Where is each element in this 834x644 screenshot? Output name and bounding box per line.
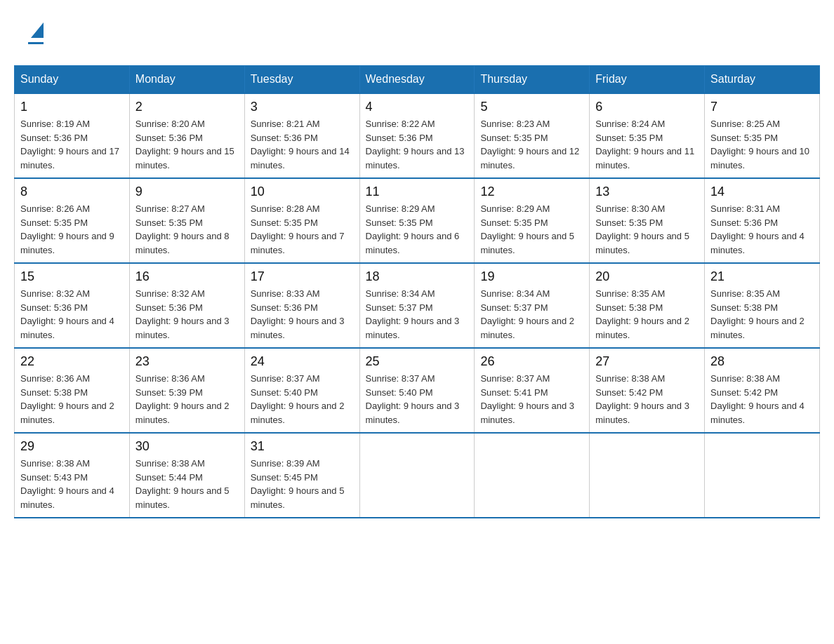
day-info: Sunrise: 8:38 AMSunset: 5:43 PMDaylight:… bbox=[20, 457, 124, 511]
table-row: 20Sunrise: 8:35 AMSunset: 5:38 PMDayligh… bbox=[590, 263, 705, 348]
day-info: Sunrise: 8:20 AMSunset: 5:36 PMDaylight:… bbox=[135, 117, 239, 172]
day-number: 6 bbox=[595, 100, 699, 114]
day-number: 17 bbox=[251, 269, 354, 284]
weekday-header-row: SundayMondayTuesdayWednesdayThursdayFrid… bbox=[15, 66, 820, 94]
day-info: Sunrise: 8:36 AMSunset: 5:39 PMDaylight:… bbox=[135, 372, 239, 427]
day-number: 16 bbox=[135, 269, 239, 284]
day-info: Sunrise: 8:26 AMSunset: 5:35 PMDaylight:… bbox=[20, 202, 124, 257]
page-header bbox=[14, 14, 820, 51]
day-info: Sunrise: 8:32 AMSunset: 5:36 PMDaylight:… bbox=[20, 287, 124, 342]
day-info: Sunrise: 8:34 AMSunset: 5:37 PMDaylight:… bbox=[480, 287, 583, 342]
day-info: Sunrise: 8:39 AMSunset: 5:45 PMDaylight:… bbox=[251, 457, 354, 511]
day-number: 14 bbox=[710, 185, 814, 199]
table-row: 18Sunrise: 8:34 AMSunset: 5:37 PMDayligh… bbox=[359, 263, 475, 348]
day-number: 30 bbox=[135, 439, 239, 454]
table-row: 23Sunrise: 8:36 AMSunset: 5:39 PMDayligh… bbox=[129, 348, 244, 433]
day-number: 21 bbox=[710, 269, 814, 284]
day-number: 8 bbox=[20, 185, 124, 199]
day-info: Sunrise: 8:35 AMSunset: 5:38 PMDaylight:… bbox=[710, 287, 814, 342]
day-number: 11 bbox=[366, 185, 469, 199]
day-number: 9 bbox=[135, 185, 239, 199]
table-row: 30Sunrise: 8:38 AMSunset: 5:44 PMDayligh… bbox=[129, 433, 244, 518]
day-info: Sunrise: 8:19 AMSunset: 5:36 PMDaylight:… bbox=[20, 117, 124, 172]
weekday-header-monday: Monday bbox=[129, 66, 244, 94]
table-row: 25Sunrise: 8:37 AMSunset: 5:40 PMDayligh… bbox=[359, 348, 475, 433]
table-row: 14Sunrise: 8:31 AMSunset: 5:36 PMDayligh… bbox=[705, 178, 820, 263]
table-row: 17Sunrise: 8:33 AMSunset: 5:36 PMDayligh… bbox=[244, 263, 359, 348]
day-info: Sunrise: 8:30 AMSunset: 5:35 PMDaylight:… bbox=[595, 202, 699, 257]
table-row bbox=[590, 433, 705, 518]
day-info: Sunrise: 8:29 AMSunset: 5:35 PMDaylight:… bbox=[366, 202, 469, 257]
table-row: 7Sunrise: 8:25 AMSunset: 5:35 PMDaylight… bbox=[705, 93, 820, 178]
day-number: 1 bbox=[20, 100, 124, 114]
table-row: 22Sunrise: 8:36 AMSunset: 5:38 PMDayligh… bbox=[15, 348, 130, 433]
table-row: 15Sunrise: 8:32 AMSunset: 5:36 PMDayligh… bbox=[15, 263, 130, 348]
logo bbox=[28, 21, 44, 44]
weekday-header-sunday: Sunday bbox=[15, 66, 130, 94]
table-row: 19Sunrise: 8:34 AMSunset: 5:37 PMDayligh… bbox=[475, 263, 590, 348]
day-number: 27 bbox=[595, 354, 699, 369]
weekday-header-friday: Friday bbox=[590, 66, 705, 94]
day-info: Sunrise: 8:28 AMSunset: 5:35 PMDaylight:… bbox=[251, 202, 354, 257]
table-row: 3Sunrise: 8:21 AMSunset: 5:36 PMDaylight… bbox=[244, 93, 359, 178]
day-number: 10 bbox=[251, 185, 354, 199]
table-row: 10Sunrise: 8:28 AMSunset: 5:35 PMDayligh… bbox=[244, 178, 359, 263]
day-number: 12 bbox=[480, 185, 583, 199]
table-row: 13Sunrise: 8:30 AMSunset: 5:35 PMDayligh… bbox=[590, 178, 705, 263]
table-row: 29Sunrise: 8:38 AMSunset: 5:43 PMDayligh… bbox=[15, 433, 130, 518]
table-row: 9Sunrise: 8:27 AMSunset: 5:35 PMDaylight… bbox=[129, 178, 244, 263]
day-number: 22 bbox=[20, 354, 124, 369]
day-info: Sunrise: 8:27 AMSunset: 5:35 PMDaylight:… bbox=[135, 202, 239, 257]
day-info: Sunrise: 8:38 AMSunset: 5:42 PMDaylight:… bbox=[710, 372, 814, 427]
table-row: 4Sunrise: 8:22 AMSunset: 5:36 PMDaylight… bbox=[359, 93, 475, 178]
table-row: 28Sunrise: 8:38 AMSunset: 5:42 PMDayligh… bbox=[705, 348, 820, 433]
day-info: Sunrise: 8:25 AMSunset: 5:35 PMDaylight:… bbox=[710, 117, 814, 172]
day-number: 31 bbox=[251, 439, 354, 454]
logo-underline bbox=[28, 42, 44, 44]
table-row: 31Sunrise: 8:39 AMSunset: 5:45 PMDayligh… bbox=[244, 433, 359, 518]
day-info: Sunrise: 8:37 AMSunset: 5:41 PMDaylight:… bbox=[480, 372, 583, 427]
table-row bbox=[705, 433, 820, 518]
svg-marker-0 bbox=[31, 22, 44, 38]
calendar-week-1: 1Sunrise: 8:19 AMSunset: 5:36 PMDaylight… bbox=[15, 93, 820, 178]
day-info: Sunrise: 8:34 AMSunset: 5:37 PMDaylight:… bbox=[366, 287, 469, 342]
day-number: 18 bbox=[366, 269, 469, 284]
day-number: 29 bbox=[20, 439, 124, 454]
table-row: 11Sunrise: 8:29 AMSunset: 5:35 PMDayligh… bbox=[359, 178, 475, 263]
day-number: 25 bbox=[366, 354, 469, 369]
calendar-week-2: 8Sunrise: 8:26 AMSunset: 5:35 PMDaylight… bbox=[15, 178, 820, 263]
table-row: 26Sunrise: 8:37 AMSunset: 5:41 PMDayligh… bbox=[475, 348, 590, 433]
table-row: 16Sunrise: 8:32 AMSunset: 5:36 PMDayligh… bbox=[129, 263, 244, 348]
day-info: Sunrise: 8:38 AMSunset: 5:42 PMDaylight:… bbox=[595, 372, 699, 427]
table-row: 5Sunrise: 8:23 AMSunset: 5:35 PMDaylight… bbox=[475, 93, 590, 178]
calendar-table: SundayMondayTuesdayWednesdayThursdayFrid… bbox=[14, 65, 820, 518]
table-row: 2Sunrise: 8:20 AMSunset: 5:36 PMDaylight… bbox=[129, 93, 244, 178]
day-number: 24 bbox=[251, 354, 354, 369]
day-number: 7 bbox=[710, 100, 814, 114]
day-number: 4 bbox=[366, 100, 469, 114]
weekday-header-tuesday: Tuesday bbox=[244, 66, 359, 94]
day-info: Sunrise: 8:24 AMSunset: 5:35 PMDaylight:… bbox=[595, 117, 699, 172]
calendar-week-4: 22Sunrise: 8:36 AMSunset: 5:38 PMDayligh… bbox=[15, 348, 820, 433]
table-row: 24Sunrise: 8:37 AMSunset: 5:40 PMDayligh… bbox=[244, 348, 359, 433]
day-info: Sunrise: 8:37 AMSunset: 5:40 PMDaylight:… bbox=[251, 372, 354, 427]
day-number: 13 bbox=[595, 185, 699, 199]
table-row: 6Sunrise: 8:24 AMSunset: 5:35 PMDaylight… bbox=[590, 93, 705, 178]
day-number: 20 bbox=[595, 269, 699, 284]
calendar-week-3: 15Sunrise: 8:32 AMSunset: 5:36 PMDayligh… bbox=[15, 263, 820, 348]
day-info: Sunrise: 8:23 AMSunset: 5:35 PMDaylight:… bbox=[480, 117, 583, 172]
weekday-header-thursday: Thursday bbox=[475, 66, 590, 94]
day-number: 5 bbox=[480, 100, 583, 114]
day-info: Sunrise: 8:33 AMSunset: 5:36 PMDaylight:… bbox=[251, 287, 354, 342]
day-info: Sunrise: 8:21 AMSunset: 5:36 PMDaylight:… bbox=[251, 117, 354, 172]
day-info: Sunrise: 8:29 AMSunset: 5:35 PMDaylight:… bbox=[480, 202, 583, 257]
day-info: Sunrise: 8:38 AMSunset: 5:44 PMDaylight:… bbox=[135, 457, 239, 511]
table-row: 27Sunrise: 8:38 AMSunset: 5:42 PMDayligh… bbox=[590, 348, 705, 433]
day-info: Sunrise: 8:32 AMSunset: 5:36 PMDaylight:… bbox=[135, 287, 239, 342]
day-number: 26 bbox=[480, 354, 583, 369]
weekday-header-wednesday: Wednesday bbox=[359, 66, 475, 94]
table-row: 21Sunrise: 8:35 AMSunset: 5:38 PMDayligh… bbox=[705, 263, 820, 348]
day-info: Sunrise: 8:36 AMSunset: 5:38 PMDaylight:… bbox=[20, 372, 124, 427]
calendar-week-5: 29Sunrise: 8:38 AMSunset: 5:43 PMDayligh… bbox=[15, 433, 820, 518]
day-info: Sunrise: 8:31 AMSunset: 5:36 PMDaylight:… bbox=[710, 202, 814, 257]
